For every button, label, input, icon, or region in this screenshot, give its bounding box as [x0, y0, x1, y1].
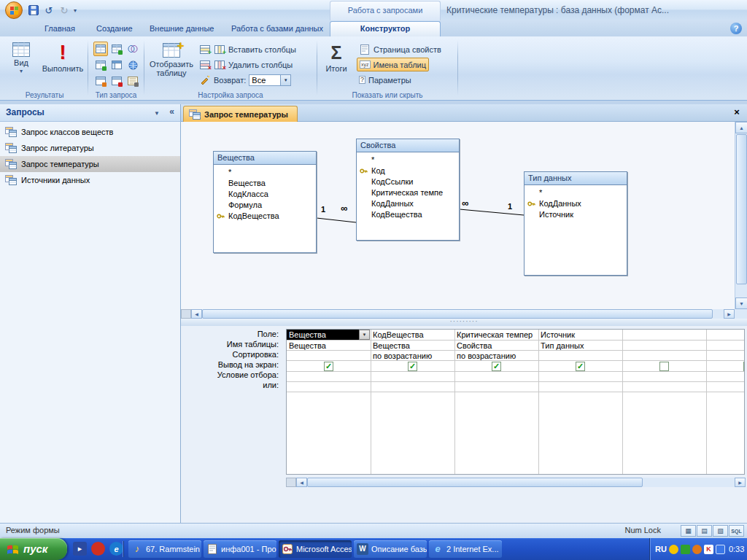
property-sheet-button[interactable]: Страница свойств — [357, 42, 444, 56]
show-table-button[interactable]: + Отобразить таблицу — [147, 40, 196, 77]
table-box-veshchestva[interactable]: Вещества * Вещества КодКласса Формула Ко… — [213, 151, 317, 253]
grid-table-cell[interactable]: Свойства — [454, 341, 538, 351]
select-query-icon[interactable] — [93, 42, 108, 56]
nav-item-query-temperature[interactable]: Запрос температуры — [0, 156, 180, 172]
tray-icon-3[interactable] — [692, 545, 702, 554]
append-query-icon[interactable] — [93, 58, 108, 72]
union-query-icon[interactable] — [125, 42, 140, 56]
pane-splitter[interactable]: ········· — [181, 319, 747, 326]
show-checkbox[interactable]: ✓ — [492, 362, 501, 371]
grid-field-cell[interactable]: Источник — [538, 330, 622, 340]
close-icon[interactable]: × — [731, 106, 743, 118]
grid-field-cell[interactable] — [706, 330, 745, 340]
scroll-right-icon[interactable]: ▶ — [735, 478, 746, 487]
make-table-query-icon[interactable] — [109, 42, 124, 56]
nav-item-data-sources[interactable]: Источники данных — [0, 172, 180, 188]
grid-field-cell[interactable] — [622, 330, 705, 340]
grid-sort-cell[interactable] — [538, 351, 622, 361]
return-dropdown-icon[interactable]: ▼ — [280, 75, 290, 85]
table-field[interactable]: Код — [357, 166, 459, 176]
table-title[interactable]: Свойства — [357, 139, 459, 152]
table-field[interactable]: Источник — [525, 209, 627, 220]
tray-icon-5[interactable] — [716, 545, 725, 554]
table-field[interactable]: Формула — [214, 200, 316, 211]
data-definition-query-icon[interactable] — [125, 74, 140, 88]
crosstab-query-icon[interactable] — [109, 58, 124, 72]
insert-columns-button[interactable]: + + Вставить столбцы — [197, 42, 298, 56]
query-grid[interactable]: Вещества ▼ Вещества ✓ КодВещества Вещест… — [286, 329, 745, 475]
pane-splitter-box[interactable] — [181, 309, 191, 319]
scrollbar-thumb[interactable] — [307, 478, 643, 487]
nav-pane-header[interactable]: Запросы ▼ « — [0, 104, 181, 122]
scroll-up-icon[interactable]: ▲ — [735, 122, 747, 133]
scroll-right-icon[interactable]: ▶ — [724, 309, 735, 319]
grid-sort-cell[interactable]: по возрастанию — [371, 351, 454, 361]
scrollbar-thumb[interactable] — [736, 134, 747, 284]
tab-database-tools[interactable]: Работа с базами данных — [222, 21, 333, 36]
show-checkbox[interactable] — [659, 362, 669, 371]
grid-or-cell[interactable] — [287, 382, 370, 392]
parameters-button[interactable]: ? Параметры — [357, 73, 414, 87]
table-box-svoystva[interactable]: Свойства * Код КодСсылки Критическая тем… — [356, 139, 460, 241]
view-button[interactable]: Вид ▾ — [4, 40, 38, 74]
grid-field-cell[interactable]: КодВещества — [371, 330, 454, 340]
quick-launch-icon-3[interactable]: e — [109, 542, 123, 556]
query-design-surface[interactable]: Вещества * Вещества КодКласса Формула Ко… — [181, 122, 747, 309]
show-checkbox[interactable]: ✓ — [324, 362, 333, 371]
scroll-left-icon[interactable]: ◀ — [191, 309, 202, 319]
nav-pane-collapse-icon[interactable]: « — [169, 106, 174, 117]
return-select[interactable]: Все ▼ — [249, 74, 291, 86]
kaspersky-icon[interactable]: K — [704, 545, 713, 554]
grid-table-cell[interactable]: Вещества — [287, 341, 370, 351]
scroll-left-icon[interactable]: ◀ — [296, 478, 307, 487]
qat-dropdown-icon[interactable]: ▾ — [74, 7, 77, 14]
tab-create[interactable]: Создание — [87, 21, 142, 36]
table-field[interactable]: КодДанных — [525, 198, 627, 209]
run-button[interactable]: ! Выполнить — [41, 40, 85, 73]
table-field[interactable]: * — [214, 167, 316, 178]
delete-rows-icon[interactable]: × — [199, 59, 211, 70]
grid-field-cell-selected[interactable]: Вещества ▼ — [287, 330, 370, 340]
redo-icon[interactable]: ↻ — [58, 4, 70, 16]
pivotchart-view-icon[interactable]: ▧ — [713, 525, 728, 537]
totals-button[interactable]: Σ Итоги — [319, 40, 354, 73]
table-field[interactable]: КодСсылки — [357, 176, 459, 187]
taskbar-window-access[interactable]: Microsoft Acces... — [279, 540, 352, 558]
help-icon[interactable]: ? — [730, 23, 742, 34]
design-vertical-scrollbar[interactable]: ▲ ▼ — [735, 122, 747, 309]
table-title[interactable]: Тип данных — [525, 172, 627, 185]
show-checkbox[interactable]: ✓ — [408, 362, 417, 371]
grid-field-cell[interactable]: Критическая темпер — [454, 330, 538, 340]
grid-sort-cell[interactable]: по возрастанию — [454, 351, 538, 361]
show-checkbox[interactable] — [743, 362, 745, 371]
grid-table-cell[interactable]: Тип данных — [538, 341, 622, 351]
tab-home[interactable]: Главная — [35, 21, 85, 36]
table-field[interactable]: * — [357, 155, 459, 166]
show-checkbox[interactable]: ✓ — [576, 362, 585, 371]
table-field[interactable]: КодДанных — [357, 198, 459, 209]
table-field[interactable]: КодВещества — [214, 211, 316, 222]
quick-launch-icon-1[interactable]: ▸ — [73, 542, 87, 556]
document-tab-query-temperature[interactable]: Запрос температуры — [183, 106, 298, 122]
grid-splitter-box[interactable] — [286, 478, 296, 487]
taskbar-window-notepad[interactable]: инфа001 - Про... — [204, 540, 276, 558]
field-dropdown-icon[interactable]: ▼ — [359, 330, 370, 340]
tab-design[interactable]: Конструктор — [330, 21, 441, 36]
table-field[interactable]: Критическая темпе — [357, 187, 459, 198]
tray-icon-1[interactable] — [669, 545, 678, 554]
delete-columns-button[interactable]: × × Удалить столбцы — [197, 58, 295, 71]
grid-table-cell[interactable]: Вещества — [371, 341, 454, 351]
tray-icon-2[interactable] — [681, 545, 690, 554]
language-indicator[interactable]: RU — [655, 545, 667, 553]
grid-criteria-cell[interactable] — [287, 372, 370, 382]
insert-rows-icon[interactable]: + — [199, 44, 211, 55]
datasheet-view-icon[interactable]: ▦ — [681, 525, 696, 537]
taskbar-window-rammstein[interactable]: ♪ 67. Rammstein ... — [128, 540, 201, 558]
table-field[interactable]: Вещества — [214, 178, 316, 189]
table-box-tip-dannykh[interactable]: Тип данных * КодДанных Источник — [524, 171, 627, 276]
nav-pane-dropdown-icon[interactable]: ▼ — [154, 110, 160, 117]
table-field[interactable]: КодКласса — [214, 189, 316, 200]
table-names-button[interactable]: xyz Имена таблиц — [357, 58, 429, 71]
grid-horizontal-scrollbar[interactable]: ◀ ▶ — [286, 478, 746, 487]
office-button[interactable] — [5, 1, 23, 19]
